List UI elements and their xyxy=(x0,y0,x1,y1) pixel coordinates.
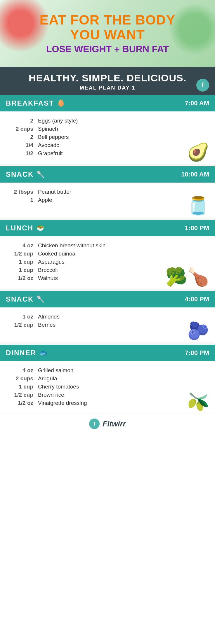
meal-food-name: Brown rice xyxy=(38,392,206,398)
meal-food-name: Peanut butter xyxy=(38,189,206,195)
meal-illustration-lunch: 🥦🍗 xyxy=(165,268,209,286)
meal-food-name: Grapefruit xyxy=(38,150,206,157)
header-title: HEALTHY. SIMPLE. DELICIOUS. xyxy=(6,72,209,84)
footer-logo-icon: f xyxy=(89,419,100,429)
meal-section-breakfast: BREAKFAST🥚7:00 AM2Eggs (any style)2 cups… xyxy=(0,95,215,164)
meal-quantity: 1/2 cup xyxy=(9,392,38,398)
meal-illustration-snack1: 🫙 xyxy=(187,197,209,215)
meal-food-name: Eggs (any style) xyxy=(38,118,206,124)
header-subtitle: MEAL PLAN DAY 1 xyxy=(6,85,209,91)
meal-quantity: 4 oz xyxy=(9,367,38,374)
meal-time-lunch: 1:00 PM xyxy=(185,224,209,232)
meal-section-lunch: LUNCH🥗1:00 PM4 ozChicken breast without … xyxy=(0,220,215,289)
meal-header-lunch: LUNCH🥗1:00 PM xyxy=(0,220,215,236)
meal-quantity: 2 xyxy=(9,118,38,124)
meal-content-snack1: 2 tbspsPeanut butter1Apple🫙 xyxy=(0,183,215,218)
meal-icon-lunch: 🥗 xyxy=(36,224,44,232)
meal-section-snack1: SNACK🥄10:00 AM2 tbspsPeanut butter1Apple… xyxy=(0,166,215,218)
meal-quantity: 1 oz xyxy=(9,314,38,320)
meal-label-snack1: SNACK xyxy=(6,170,34,178)
meal-quantity: 1 xyxy=(9,197,38,203)
meal-time-breakfast: 7:00 AM xyxy=(185,99,209,107)
table-row: 4 ozGrilled salmon xyxy=(9,366,206,374)
table-row: 1Apple xyxy=(9,196,206,204)
meal-quantity: 1/4 xyxy=(9,142,38,148)
meal-label-breakfast: BREAKFAST xyxy=(6,99,54,107)
meal-content-breakfast: 2Eggs (any style)2 cupsSpinach2Bell pepp… xyxy=(0,111,215,164)
header-bar: HEALTHY. SIMPLE. DELICIOUS. MEAL PLAN DA… xyxy=(0,67,215,95)
meal-quantity: 1 cup xyxy=(9,259,38,265)
table-row: 1 ozAlmonds xyxy=(9,313,206,321)
meal-food-name: Asparagus xyxy=(38,259,206,265)
meal-section-dinner: DINNER🐟7:00 PM4 ozGrilled salmon2 cupsAr… xyxy=(0,345,215,414)
meal-icon-snack2: 🥄 xyxy=(37,295,44,303)
meal-quantity: 2 xyxy=(9,134,38,140)
section-divider xyxy=(0,289,215,291)
section-divider xyxy=(0,218,215,220)
meal-food-name: Chicken breast without skin xyxy=(38,242,206,249)
table-row: 2Eggs (any style) xyxy=(9,117,206,125)
meal-content-dinner: 4 ozGrilled salmon2 cupsArugula1 cupCher… xyxy=(0,361,215,414)
meal-icon-snack1: 🥄 xyxy=(37,171,44,178)
meal-food-name: Apple xyxy=(38,197,206,203)
meal-food-name: Grilled salmon xyxy=(38,367,206,374)
meal-header-breakfast: BREAKFAST🥚7:00 AM xyxy=(0,95,215,111)
table-row: 1/2 cupBrown rice xyxy=(9,391,206,399)
table-row: 1/2 ozVinaigrette dressing xyxy=(9,399,206,407)
meal-header-dinner: DINNER🐟7:00 PM xyxy=(0,345,215,361)
meal-quantity: 1/2 oz xyxy=(9,400,38,406)
meals-container: BREAKFAST🥚7:00 AM2Eggs (any style)2 cups… xyxy=(0,95,215,414)
table-row: 1 cupCherry tomatoes xyxy=(9,383,206,391)
hero-title-line1: EAT FOR THE BODY xyxy=(40,13,176,27)
meal-illustration-dinner: 🫒 xyxy=(187,393,209,411)
meal-food-name: Arugula xyxy=(38,375,206,382)
meal-section-snack2: SNACK🥄4:00 PM1 ozAlmonds1/2 cupBerries🫐 xyxy=(0,291,215,342)
meal-header-snack1: SNACK🥄10:00 AM xyxy=(0,166,215,183)
table-row: 2 cupsArugula xyxy=(9,374,206,383)
table-row: 1/2Grapefruit xyxy=(9,149,206,158)
footer: f Fitwirr xyxy=(0,414,215,434)
meal-food-name: Almonds xyxy=(38,314,206,320)
meal-quantity: 1/2 oz xyxy=(9,275,38,281)
header-logo: f xyxy=(196,79,209,92)
meal-food-name: Bell peppers xyxy=(38,134,206,140)
meal-food-name: Berries xyxy=(38,322,206,328)
meal-quantity: 4 oz xyxy=(9,242,38,249)
meal-illustration-breakfast: 🥑 xyxy=(187,144,209,161)
meal-illustration-snack2: 🫐 xyxy=(187,322,209,340)
meal-time-dinner: 7:00 PM xyxy=(185,349,209,357)
hero-section: EAT FOR THE BODY YOU WANT LOSE WEIGHT + … xyxy=(0,0,215,67)
meal-quantity: 1 cup xyxy=(9,384,38,390)
meal-food-name: Spinach xyxy=(38,126,206,132)
meal-food-name: Cherry tomatoes xyxy=(38,384,206,390)
meal-quantity: 1/2 cup xyxy=(9,322,38,328)
meal-label-dinner: DINNER xyxy=(6,349,36,357)
table-row: 1 cupAsparagus xyxy=(9,258,206,266)
meal-icon-dinner: 🐟 xyxy=(39,349,47,357)
section-divider xyxy=(0,342,215,345)
meal-quantity: 1 cup xyxy=(9,267,38,273)
hero-decor-right xyxy=(168,3,215,55)
table-row: 2 tbspsPeanut butter xyxy=(9,188,206,196)
meal-icon-breakfast: 🥚 xyxy=(57,99,65,107)
meal-time-snack2: 4:00 PM xyxy=(185,295,209,303)
table-row: 1/2 cupBerries xyxy=(9,321,206,329)
table-row: 2Bell peppers xyxy=(9,133,206,141)
table-row: 4 ozChicken breast without skin xyxy=(9,242,206,250)
meal-content-snack2: 1 ozAlmonds1/2 cupBerries🫐 xyxy=(0,307,215,342)
meal-quantity: 1/2 cup xyxy=(9,251,38,257)
meal-quantity: 2 cups xyxy=(9,126,38,132)
meal-food-name: Vinaigrette dressing xyxy=(38,400,206,406)
meal-quantity: 2 tbsps xyxy=(9,189,38,195)
meal-food-name: Avocado xyxy=(38,142,206,148)
table-row: 1/2 cupCooked quinoa xyxy=(9,250,206,258)
meal-quantity: 2 cups xyxy=(9,375,38,382)
meal-header-snack2: SNACK🥄4:00 PM xyxy=(0,291,215,307)
meal-label-lunch: LUNCH xyxy=(6,224,33,232)
meal-food-name: Cooked quinoa xyxy=(38,251,206,257)
table-row: 1/4Avocado xyxy=(9,141,206,149)
meal-quantity: 1/2 xyxy=(9,150,38,157)
meal-content-lunch: 4 ozChicken breast without skin1/2 cupCo… xyxy=(0,236,215,289)
section-divider xyxy=(0,164,215,166)
meal-label-snack2: SNACK xyxy=(6,295,34,303)
